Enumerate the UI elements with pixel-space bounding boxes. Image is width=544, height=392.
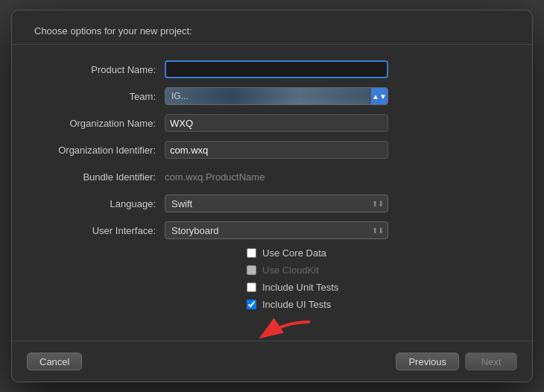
bundle-id-row: Bundle Identifier: com.wxq.ProductName	[34, 167, 510, 186]
org-name-input[interactable]	[165, 114, 388, 132]
use-core-data-row: Use Core Data	[34, 247, 510, 259]
dialog-body: Product Name: Team: IG... ▲▼ Organizatio…	[12, 45, 532, 341]
next-button[interactable]: Next	[465, 353, 517, 370]
org-id-label: Organization Identifier:	[34, 145, 165, 156]
product-name-control	[165, 60, 388, 78]
org-id-row: Organization Identifier:	[34, 140, 510, 159]
user-interface-select-wrapper: Storyboard SwiftUI ⬆⬇	[165, 221, 388, 239]
language-control: Swift Objective-C ⬆⬇	[165, 195, 388, 212]
language-select-wrapper: Swift Objective-C ⬆⬇	[165, 195, 388, 212]
team-arrow-icon: ▲▼	[371, 88, 388, 104]
arrow-container	[34, 316, 510, 341]
user-interface-row: User Interface: Storyboard SwiftUI ⬆⬇	[34, 221, 510, 240]
include-ui-tests-checkbox[interactable]	[247, 300, 256, 309]
team-row: Team: IG... ▲▼	[34, 86, 510, 106]
user-interface-label: User Interface:	[34, 225, 165, 236]
language-row: Language: Swift Objective-C ⬆⬇	[34, 194, 510, 213]
product-name-input[interactable]	[165, 60, 388, 78]
previous-button[interactable]: Previous	[396, 353, 459, 370]
dialog-footer: Cancel Previous Next	[12, 341, 532, 382]
team-control: IG... ▲▼	[165, 87, 388, 105]
include-unit-tests-label: Include Unit Tests	[262, 282, 338, 293]
new-project-dialog: Choose options for your new project: Pro…	[11, 10, 533, 382]
org-name-row: Organization Name:	[34, 113, 510, 133]
use-cloudkit-row: Use CloudKit	[34, 265, 510, 276]
use-cloudkit-label: Use CloudKit	[262, 265, 319, 276]
dialog-header: Choose options for your new project:	[12, 10, 532, 45]
include-unit-tests-row: Include Unit Tests	[34, 282, 510, 293]
cancel-button[interactable]: Cancel	[27, 353, 82, 370]
user-interface-select[interactable]: Storyboard SwiftUI	[165, 221, 388, 239]
use-core-data-checkbox[interactable]	[247, 248, 256, 258]
org-name-label: Organization Name:	[34, 118, 165, 129]
use-core-data-label: Use Core Data	[262, 247, 326, 259]
org-id-control	[165, 141, 388, 159]
bundle-id-value: com.wxq.ProductName	[165, 169, 265, 185]
use-cloudkit-checkbox[interactable]	[247, 265, 256, 275]
include-ui-tests-row: Include UI Tests	[34, 299, 510, 310]
team-label: Team:	[34, 91, 165, 102]
language-select[interactable]: Swift Objective-C	[165, 195, 388, 212]
red-arrow-icon	[247, 316, 321, 341]
language-label: Language:	[34, 198, 165, 209]
bundle-id-control: com.wxq.ProductName	[165, 171, 388, 183]
include-unit-tests-checkbox[interactable]	[247, 282, 256, 292]
team-selector[interactable]: IG... ▲▼	[165, 87, 388, 105]
bundle-id-label: Bundle Identifier:	[34, 171, 165, 183]
navigation-buttons: Previous Next	[396, 353, 517, 370]
user-interface-control: Storyboard SwiftUI ⬆⬇	[165, 221, 388, 239]
product-name-row: Product Name:	[34, 60, 510, 79]
dialog-title: Choose options for your new project:	[34, 25, 192, 37]
org-id-input[interactable]	[165, 141, 388, 159]
org-name-control	[165, 114, 388, 132]
include-ui-tests-label: Include UI Tests	[262, 299, 331, 310]
team-value: IG...	[171, 91, 189, 101]
product-name-label: Product Name:	[34, 64, 165, 75]
